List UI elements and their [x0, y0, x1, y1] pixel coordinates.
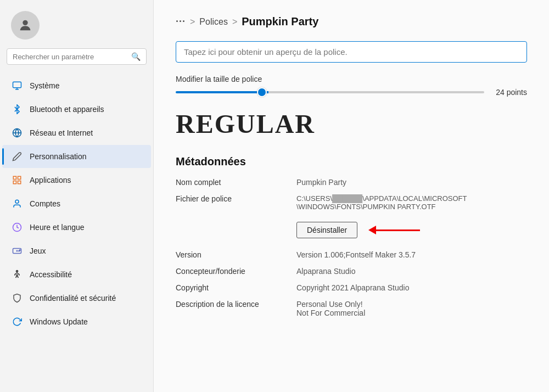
sidebar-item-windowsupdate[interactable]: Windows Update — [2, 310, 151, 333]
windowsupdate-icon — [11, 316, 23, 328]
meta-label-0: Nom complet — [176, 177, 285, 188]
sidebar-item-accessibilite[interactable]: Accessibilité — [2, 263, 151, 286]
size-slider[interactable] — [176, 91, 484, 93]
size-label: Modifier la taille de police — [176, 75, 527, 83]
search-input[interactable] — [13, 53, 131, 61]
meta-value-3: Alpaprana Studio — [296, 266, 527, 277]
svg-rect-8 — [18, 181, 21, 184]
svg-point-16 — [20, 250, 21, 251]
sidebar-label-jeux: Jeux — [30, 247, 46, 255]
sidebar-label-windowsupdate: Windows Update — [30, 317, 88, 326]
svg-point-10 — [15, 200, 19, 203]
accessibilite-icon — [11, 268, 23, 281]
uninstall-label-placeholder — [176, 217, 285, 244]
heure-icon — [11, 221, 23, 233]
sidebar-label-bluetooth: Bluetooth et appareils — [30, 105, 104, 114]
breadcrumb-current: Pumpkin Party — [242, 15, 318, 28]
sidebar-item-confidentialite[interactable]: Confidentialité et sécurité — [2, 287, 151, 310]
meta-label-5: Description de la licence — [176, 299, 285, 318]
svg-rect-6 — [13, 176, 16, 179]
applications-icon — [11, 174, 23, 186]
font-preview-input[interactable] — [176, 41, 527, 63]
meta-label-4: Copyright — [176, 282, 285, 293]
breadcrumb-sep2: > — [232, 17, 237, 27]
arrow-line — [376, 229, 420, 231]
sidebar-item-applications[interactable]: Applications — [2, 169, 151, 192]
sidebar-label-personnalisation: Personnalisation — [30, 152, 87, 161]
search-button[interactable]: 🔍 — [131, 52, 141, 61]
svg-point-0 — [23, 20, 27, 25]
user-avatar[interactable] — [11, 11, 40, 40]
search-box[interactable]: 🔍 — [7, 48, 147, 65]
sidebar-label-systeme: Système — [30, 81, 59, 90]
sidebar-label-applications: Applications — [30, 176, 71, 184]
sidebar-label-reseau: Réseau et Internet — [30, 128, 93, 137]
arrow-head-icon — [368, 226, 376, 234]
sidebar-item-systeme[interactable]: Système — [2, 74, 151, 97]
breadcrumb-dots[interactable]: ··· — [176, 16, 186, 27]
meta-label-1: Fichier de police — [176, 193, 285, 212]
sidebar-item-heure[interactable]: Heure et langue — [2, 216, 151, 239]
sidebar-item-personnalisation[interactable]: Personnalisation — [2, 145, 151, 168]
systeme-icon — [11, 80, 23, 92]
sidebar-label-comptes: Comptes — [30, 199, 60, 208]
sidebar-item-jeux[interactable]: Jeux — [2, 239, 151, 262]
metadata-grid: Nom completPumpkin PartyFichier de polic… — [176, 177, 527, 318]
sidebar-label-accessibilite: Accessibilité — [30, 270, 72, 279]
svg-rect-7 — [18, 176, 21, 179]
svg-rect-9 — [13, 181, 16, 184]
svg-point-17 — [16, 271, 18, 272]
reseau-icon — [11, 127, 23, 139]
main-content: ··· > Polices > Pumpkin Party Modifier l… — [154, 0, 549, 392]
meta-value-0: Pumpkin Party — [296, 177, 527, 188]
uninstall-button[interactable]: Désinstaller — [296, 222, 357, 238]
uninstall-row: Désinstaller — [296, 222, 527, 238]
meta-value-4: Copyright 2021 Alpaprana Studio — [296, 282, 527, 293]
sidebar-label-heure: Heure et langue — [30, 223, 85, 232]
sidebar-item-bluetooth[interactable]: Bluetooth et appareils — [2, 98, 151, 121]
nav-menu: SystèmeBluetooth et appareilsRéseau et I… — [0, 74, 153, 392]
meta-label-3: Concepteur/fonderie — [176, 266, 285, 277]
personnalisation-icon — [11, 150, 23, 163]
jeux-icon — [11, 245, 23, 257]
breadcrumb-parent[interactable]: Polices — [199, 17, 228, 27]
meta-value-1: C:\USERS\██████\APPDATA\LOCAL\MICROSOFT\… — [296, 193, 527, 212]
bluetooth-icon — [11, 103, 23, 115]
font-sample: REGULAR — [176, 109, 527, 139]
sidebar-item-reseau[interactable]: Réseau et Internet — [2, 121, 151, 144]
breadcrumb: ··· > Polices > Pumpkin Party — [176, 15, 527, 28]
size-row: 24 points — [176, 88, 527, 97]
svg-rect-1 — [13, 82, 21, 88]
confidentialite-icon — [11, 292, 23, 304]
comptes-icon — [11, 198, 23, 210]
size-value: 24 points — [494, 88, 527, 97]
meta-label-2: Version — [176, 249, 285, 260]
arrow-indicator — [368, 226, 420, 234]
breadcrumb-sep1: > — [190, 17, 195, 27]
sidebar: 🔍 SystèmeBluetooth et appareilsRéseau et… — [0, 0, 154, 392]
meta-value-2: Version 1.006;Fontself Maker 3.5.7 — [296, 249, 527, 260]
meta-value-5: Personal Use Only!Not For Commercial — [296, 299, 527, 318]
metadata-title: Métadonnées — [176, 155, 527, 168]
sidebar-label-confidentialite: Confidentialité et sécurité — [30, 294, 116, 303]
sidebar-item-comptes[interactable]: Comptes — [2, 192, 151, 215]
